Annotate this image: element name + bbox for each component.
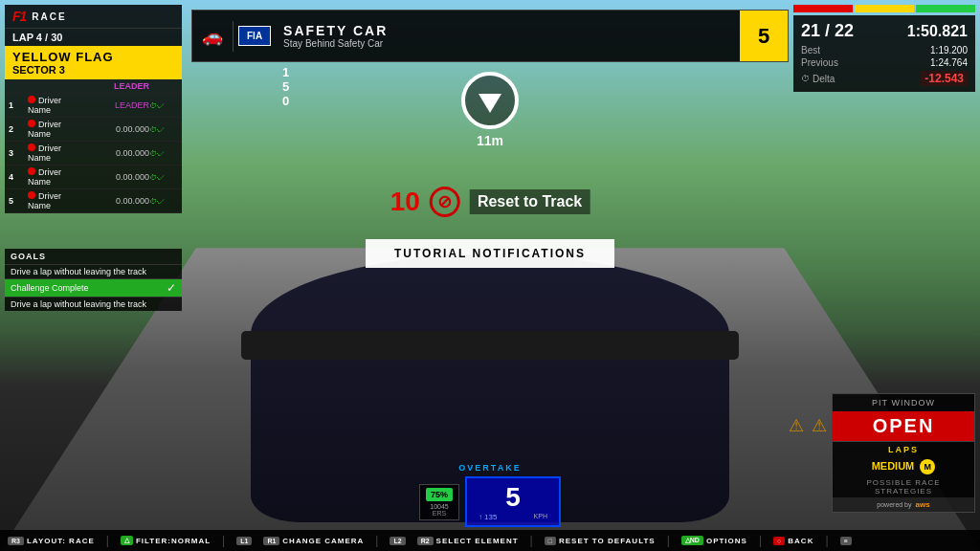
car-rear-wing — [241, 331, 739, 360]
car-body — [251, 254, 729, 522]
